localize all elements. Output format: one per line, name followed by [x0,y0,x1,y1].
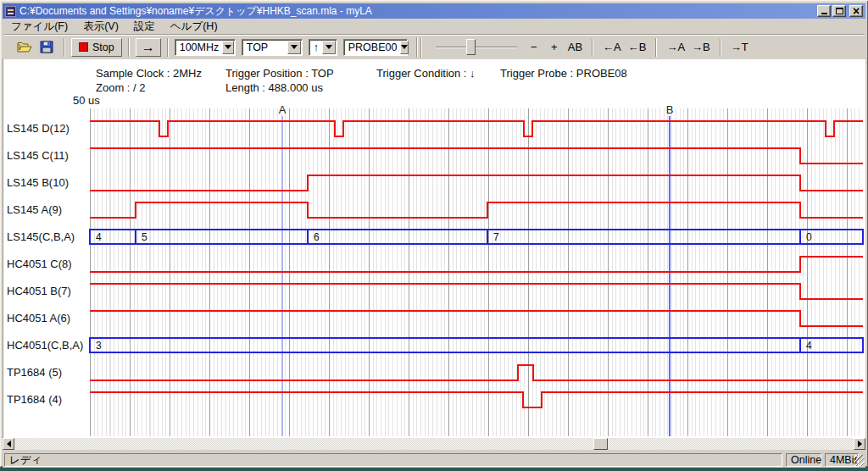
sample-clock-value: 100MHz [180,42,220,53]
maximize-button[interactable] [832,5,846,17]
goto-cursor-b-left-button[interactable]: ←B [625,38,650,57]
minimize-button[interactable] [817,5,831,17]
statusbar: レディ Online 4MBit [3,452,865,468]
trigger-probe-value: PROBE00 [348,42,398,53]
signal-label: LS145(C,B,A) [7,230,75,244]
zoom-slider-thumb[interactable] [466,39,476,55]
signal-label: LS145 C(11) [7,149,69,163]
toolbar-separator [167,38,169,57]
status-online: Online [786,453,821,467]
signal-label: HC4051(C,B,A) [7,339,83,352]
trigger-position-info: Trigger Position : TOP [225,67,334,80]
signal-label: LS145 D(12) [7,122,70,136]
length-info: Length : 488.000 us [225,81,323,94]
trigger-probe-info: Trigger Probe : PROBE08 [500,67,627,80]
toolbar-separator [720,38,721,57]
dropdown-arrow-icon[interactable] [400,41,409,54]
zoom-in-button[interactable]: + [544,38,565,57]
zoom-info: Zoom : / 2 [96,81,146,94]
dropdown-arrow-icon[interactable] [287,41,301,54]
scroll-left-icon [7,441,11,447]
sample-clock-select[interactable]: 100MHz [175,39,236,56]
scroll-right-icon [858,441,862,447]
zoom-out-button[interactable]: − [524,38,544,57]
signal-label: TP1684 (4) [7,393,62,407]
menu-settings[interactable]: 設定 [126,19,163,35]
save-button[interactable] [36,37,58,58]
dropdown-arrow-icon[interactable] [322,41,336,54]
dropdown-arrow-icon[interactable] [222,41,233,54]
signal-label: HC4051 B(7) [7,285,71,298]
open-folder-icon [17,41,32,53]
toolbar-separator [64,38,65,57]
ab-button[interactable]: AB [565,38,586,57]
menu-view[interactable]: 表示(V) [75,19,126,35]
trigger-probe-select[interactable]: PROBE00 [343,39,408,56]
toolbar-separator [416,37,418,58]
stop-label: Stop [92,42,114,53]
menubar: ファイル(F) 表示(V) 設定 ヘルプ(H) [3,19,865,34]
signal-label: TP1684 (5) [7,366,62,380]
stop-button[interactable]: Stop [71,38,122,57]
toolbar-separator [592,38,593,57]
open-file-button[interactable] [14,37,36,58]
signal-label: HC4051 C(8) [7,258,72,271]
time-scale-label: 50 us [73,94,100,107]
goto-cursor-a-right-button[interactable]: →A [663,38,688,57]
maximize-icon [836,8,843,14]
goto-cursor-b-right-button[interactable]: →B [688,38,714,57]
close-button[interactable] [849,5,863,17]
toolbar-separator [128,38,130,57]
toolbar-separator [655,38,657,57]
sample-clock-info: Sample Clock : 2MHz [96,67,202,80]
minimize-icon [821,13,827,14]
run-button[interactable]: → [136,38,161,57]
titlebar[interactable]: C:¥Documents and Settings¥noname¥デスクトップ¥… [3,3,865,19]
scroll-left-button[interactable] [3,438,14,450]
waveform-plot[interactable] [90,108,863,436]
status-ready: レディ [4,453,782,467]
menu-file[interactable]: ファイル(F) [3,19,75,35]
stop-square-icon [79,42,88,52]
toolbar: Stop → 100MHz TOP ↑ PROBE00 − + AB ←A ←B… [3,36,865,58]
horizontal-scrollbar[interactable] [3,438,865,450]
signal-label: HC4051 A(6) [7,312,70,325]
signal-label: LS145 A(9) [7,203,62,217]
window-title: C:¥Documents and Settings¥noname¥デスクトップ¥… [19,4,817,19]
resize-grip[interactable] [854,455,865,466]
goto-trigger-button[interactable]: →T [727,38,752,57]
trigger-edge-value: ↑ [314,42,319,53]
trigger-condition-info: Trigger Condition : ↓ [376,67,476,80]
app-icon [5,6,16,17]
signal-label: LS145 B(10) [7,176,69,190]
menu-help[interactable]: ヘルプ(H) [163,19,225,35]
trigger-position-value: TOP [247,42,284,53]
trigger-edge-select[interactable]: ↑ [309,39,337,56]
floppy-disk-icon [40,41,53,53]
toolbar-separator [420,37,422,58]
trigger-position-select[interactable]: TOP [242,39,303,56]
zoom-slider[interactable] [434,37,519,58]
scrollbar-thumb[interactable] [593,438,608,450]
close-icon [853,5,860,18]
zoom-slider-track[interactable] [436,47,517,48]
scroll-right-button[interactable] [854,438,865,450]
goto-cursor-a-left-button[interactable]: ←A [599,38,625,57]
